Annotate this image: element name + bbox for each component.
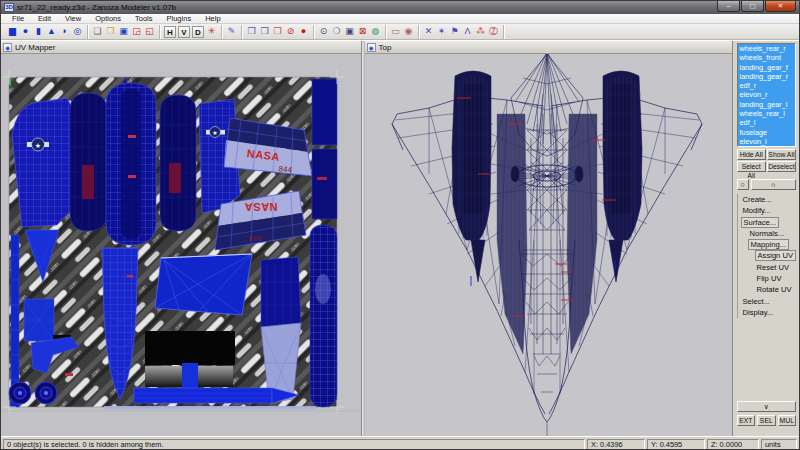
uv-mapper-header: ◉ UV Mapper xyxy=(1,41,361,54)
sphere-primitive-icon[interactable]: ● xyxy=(19,25,32,38)
deselect-button[interactable]: Deselect xyxy=(767,161,796,172)
open-file-icon[interactable]: ❐ xyxy=(104,25,117,38)
uv-part-strip[interactable] xyxy=(134,388,272,403)
orbit-view-icon[interactable]: ▣ xyxy=(343,25,356,38)
polyline-tool-icon[interactable]: ✎ xyxy=(225,25,238,38)
uv-mapper-canvas[interactable]: .com xyxy=(1,54,361,436)
tree-item-rotate-uv[interactable]: Rotate UV xyxy=(738,284,796,295)
uv-part-nacelle-a[interactable] xyxy=(70,93,107,231)
bones-tool-icon[interactable]: Λ xyxy=(461,25,474,38)
import-file-icon[interactable]: ◲ xyxy=(130,25,143,38)
tree-item-select[interactable]: Select... xyxy=(738,296,796,307)
tree-item-reset-uv[interactable]: Reset UV xyxy=(738,262,796,273)
maximize-button[interactable]: ▢ xyxy=(741,1,764,12)
object-item-landing-gear-l[interactable]: landing_gear_l xyxy=(738,100,795,109)
hide-toggle-button[interactable]: H xyxy=(164,26,176,38)
pan-tool-icon[interactable]: ❍ xyxy=(330,25,343,38)
menu-tools[interactable]: Tools xyxy=(128,14,160,24)
side-view-icon[interactable]: ❒ xyxy=(271,25,284,38)
select-all-button[interactable]: Select All xyxy=(737,161,766,172)
title-bar: 3D sr71_22_ready.z3d - Zanoza Modeler v1… xyxy=(1,1,799,14)
menu-help[interactable]: Help xyxy=(198,14,227,24)
status-z-coord: Z: 0.0000 xyxy=(707,439,759,450)
menu-edit[interactable]: Edit xyxy=(31,14,58,24)
rect-select-icon[interactable]: ▭ xyxy=(389,25,402,38)
menu-options[interactable]: Options xyxy=(88,14,128,24)
box-primitive-icon[interactable]: ▆ xyxy=(6,25,19,38)
reset-view-icon[interactable]: ⊠ xyxy=(356,25,369,38)
top-view-canvas[interactable] xyxy=(365,54,732,436)
menu-file[interactable]: File xyxy=(5,14,31,24)
perspective-view-icon[interactable]: ❒ xyxy=(245,25,258,38)
object-item-elevon-r[interactable]: elevon_r xyxy=(738,90,795,99)
cylinder-primitive-icon[interactable]: ▮ xyxy=(32,25,45,38)
disc-primitive-icon[interactable]: ◗ xyxy=(58,25,71,38)
objects-list[interactable]: wheels_rear_rwheels_frontlanding_gear_fl… xyxy=(737,43,796,147)
flag-tool-icon[interactable]: ⚑ xyxy=(448,25,461,38)
top-viewport-header: ◉ Top xyxy=(365,41,732,54)
tree-item-display[interactable]: Display... xyxy=(738,307,796,318)
material-editor-icon[interactable]: ◍ xyxy=(369,25,382,38)
mode-sel-button[interactable]: SEL xyxy=(757,415,775,426)
svg-text:★: ★ xyxy=(212,130,217,136)
show-all-button[interactable]: Show All xyxy=(767,149,796,160)
object-item-edf-r[interactable]: edf_r xyxy=(738,81,795,90)
workspace: ◉ UV Mapper .com xyxy=(1,40,799,436)
z-disabled-icon[interactable]: Ⓩ xyxy=(487,25,500,38)
object-item-wheels-rear-r[interactable]: wheels_rear_r xyxy=(738,44,795,53)
expand-button[interactable]: ∨ xyxy=(737,401,796,412)
uv-part-black-rect[interactable] xyxy=(145,331,235,365)
export-file-icon[interactable]: ◱ xyxy=(143,25,156,38)
front-view-icon[interactable]: ❒ xyxy=(258,25,271,38)
circle-select-icon[interactable]: ◉ xyxy=(402,25,415,38)
object-item-edf-l[interactable]: edf_l xyxy=(738,118,795,127)
minimize-button[interactable]: – xyxy=(717,1,740,12)
menu-view[interactable]: View xyxy=(58,14,88,24)
vertices-toggle-button[interactable]: V xyxy=(178,26,190,38)
object-item-landing-gear-f[interactable]: landing_gear_f xyxy=(738,63,795,72)
mirror-tool-icon[interactable]: ✕ xyxy=(422,25,435,38)
svg-text:844: 844 xyxy=(248,234,262,243)
save-file-icon[interactable]: ▣ xyxy=(117,25,130,38)
object-item-elevon-l[interactable]: elevon_l xyxy=(738,137,795,146)
uv-tool-icon[interactable]: ⁂ xyxy=(474,25,487,38)
uv-texture-area[interactable]: ★ xyxy=(9,77,337,410)
status-units: units xyxy=(761,439,797,450)
top-viewport-header-icon[interactable]: ◉ xyxy=(367,43,376,52)
object-item-wheels-rear-l[interactable]: wheels_rear_l xyxy=(738,109,795,118)
mode-mul-button[interactable]: MUL xyxy=(778,415,796,426)
status-y-coord: Y: 0.4595 xyxy=(647,439,705,450)
top-viewport-canvas[interactable] xyxy=(365,54,732,436)
zoom-tool-icon[interactable]: ⊙ xyxy=(317,25,330,38)
display-toggle-button[interactable]: D xyxy=(192,26,204,38)
tree-item-create[interactable]: Create... xyxy=(738,194,796,205)
uv-mapper-panel: ◉ UV Mapper .com xyxy=(1,41,362,436)
tree-item-flip-uv[interactable]: Flip UV xyxy=(738,273,796,284)
tree-item-surface[interactable]: Surface... xyxy=(738,217,796,228)
command-panel: wheels_rear_rwheels_frontlanding_gear_fl… xyxy=(732,41,799,436)
render-icon[interactable]: ● xyxy=(297,25,310,38)
close-button[interactable]: ✕ xyxy=(765,1,796,12)
collapse-button[interactable]: ∩ xyxy=(751,179,796,190)
disable-view-icon[interactable]: ⊘ xyxy=(284,25,297,38)
torus-primitive-icon[interactable]: ◎ xyxy=(71,25,84,38)
vertex-colors-icon[interactable]: ✳ xyxy=(205,25,218,38)
hide-all-button[interactable]: Hide All xyxy=(737,149,766,160)
mode-ext-button[interactable]: EXT xyxy=(737,415,755,426)
star-tool-icon[interactable]: ✶ xyxy=(435,25,448,38)
new-file-icon[interactable]: ❏ xyxy=(91,25,104,38)
cycle-button[interactable]: ○ xyxy=(737,179,749,190)
uv-texture-canvas[interactable]: .com xyxy=(1,54,362,436)
menu-plugins[interactable]: Plugins xyxy=(160,14,199,24)
tree-item-normals[interactable]: Normals... xyxy=(738,228,796,239)
status-x-coord: X: 0.4396 xyxy=(587,439,645,450)
top-viewport-panel: ◉ Top xyxy=(365,41,732,436)
tree-item-assign-uv[interactable]: Assign UV xyxy=(738,250,796,261)
object-item-wheels-front[interactable]: wheels_front xyxy=(738,53,795,62)
tree-item-mapping[interactable]: Mapping... xyxy=(738,239,796,250)
tree-item-modify[interactable]: Modify... xyxy=(738,205,796,216)
cone-primitive-icon[interactable]: ▲ xyxy=(45,25,58,38)
uv-mapper-header-icon[interactable]: ◉ xyxy=(3,43,12,52)
object-item-landing-gear-r[interactable]: landing_gear_r xyxy=(738,72,795,81)
object-item-fuselage[interactable]: fuselage xyxy=(738,128,795,137)
